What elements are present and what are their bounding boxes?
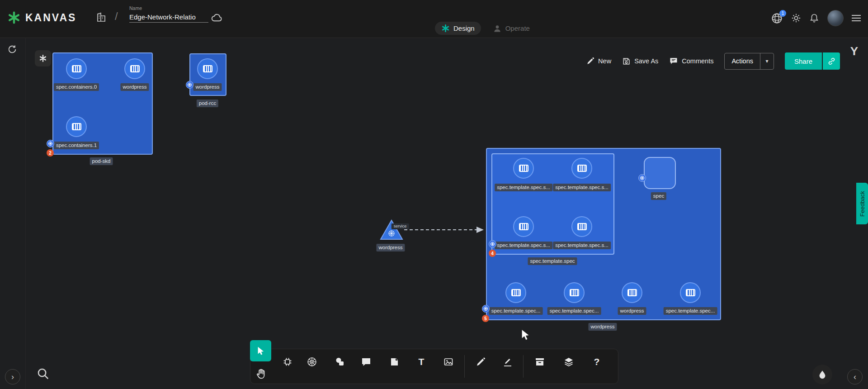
comments-button[interactable]: Comments — [669, 57, 713, 66]
extensions-icon[interactable]: 1 — [771, 12, 783, 24]
tool-help[interactable]: ? — [588, 353, 606, 371]
tool-layers[interactable] — [560, 353, 578, 371]
copy-link-icon[interactable] — [823, 52, 840, 70]
left-rail-divider — [25, 38, 26, 389]
new-label: New — [598, 57, 611, 65]
dock-divider — [523, 355, 524, 378]
tool-select[interactable] — [250, 340, 271, 361]
tool-image[interactable] — [439, 353, 458, 371]
image-icon — [443, 356, 454, 367]
chevron-down-icon[interactable]: ▾ — [760, 53, 774, 69]
container-icon — [519, 223, 528, 230]
group-actions-flower-button[interactable] — [35, 50, 51, 66]
edge-service-to-deployment[interactable] — [403, 225, 489, 235]
node-spec-containers-1[interactable] — [66, 116, 87, 137]
node-pod-rcc-wordpress[interactable] — [197, 58, 218, 79]
tool-draw[interactable] — [472, 353, 490, 371]
node-label: spec.template.spec.s... — [553, 242, 611, 249]
container-icon — [627, 289, 637, 296]
count-badge: 5 — [482, 315, 489, 322]
node-label: wordpress — [618, 307, 646, 315]
node-template-spec-1[interactable] — [513, 158, 534, 179]
logo-text: KANVAS — [25, 12, 76, 24]
container-icon — [203, 65, 212, 72]
tab-operate-label: Operate — [505, 24, 530, 32]
tool-comment[interactable] — [357, 353, 375, 371]
settings-gear-icon[interactable] — [791, 13, 801, 23]
cursor-icon — [256, 346, 266, 356]
tool-text[interactable]: T — [412, 353, 430, 371]
tool-shapes[interactable] — [331, 353, 349, 371]
new-button[interactable]: New — [586, 57, 611, 65]
hamburger-menu-icon[interactable] — [852, 15, 861, 21]
notifications-bell-icon[interactable] — [809, 13, 819, 23]
ink-drop-button[interactable] — [812, 365, 832, 384]
sticky-note-icon — [389, 356, 400, 367]
kubernetes-wheel-icon — [307, 356, 317, 367]
sync-refresh-icon[interactable] — [7, 44, 17, 54]
node-label: spec.template.spec.s... — [495, 184, 552, 191]
container-icon — [570, 289, 579, 296]
node-spec-containers-0[interactable] — [66, 58, 87, 79]
group-spec-template-spec[interactable] — [491, 153, 614, 255]
flower-icon — [39, 54, 47, 62]
layer5-y-logo[interactable]: Y — [850, 44, 858, 58]
kanvas-logo[interactable]: KANVAS — [7, 11, 76, 24]
app-header: KANVAS / Name Design Operate — [0, 0, 868, 38]
tab-operate[interactable]: Operate — [493, 24, 530, 33]
dock-divider — [464, 355, 465, 378]
tab-design[interactable]: Design — [435, 22, 481, 35]
tool-sticky-note[interactable] — [385, 353, 403, 371]
save-as-button[interactable]: Save As — [622, 57, 658, 66]
node-pod-skd-wordpress[interactable] — [124, 58, 145, 79]
node-template-spec-4[interactable] — [571, 216, 592, 237]
node-template-spec-2[interactable] — [571, 158, 592, 179]
tool-annotate[interactable] — [499, 353, 517, 371]
node-bottom-1[interactable] — [505, 282, 526, 303]
operate-tab-icon — [493, 24, 502, 33]
shapes-icon — [335, 356, 345, 367]
tool-components[interactable] — [278, 353, 297, 371]
comment-icon — [361, 356, 372, 367]
node-label: spec — [651, 192, 666, 200]
node-label: spec.template.spec... — [547, 307, 601, 315]
node-spec[interactable] — [644, 157, 676, 189]
tool-pan[interactable] — [252, 365, 270, 383]
mouse-cursor — [520, 328, 532, 342]
kubernetes-badge-icon — [482, 305, 490, 313]
count-badge: 4 — [489, 250, 496, 257]
comments-label: Comments — [682, 57, 713, 65]
expand-left-panel-button[interactable]: › — [5, 369, 20, 384]
actions-dropdown-button[interactable]: Actions ▾ — [724, 53, 774, 70]
canvas-toolbar: New Save As Comments Actions ▾ Share — [586, 52, 840, 70]
share-label: Share — [785, 52, 822, 70]
cloud-sync-icon[interactable] — [211, 12, 223, 24]
workspace-building-icon[interactable] — [96, 12, 107, 23]
container-icon — [577, 165, 587, 172]
container-icon — [686, 289, 695, 296]
container-icon — [511, 289, 521, 296]
node-bottom-2[interactable] — [564, 282, 585, 303]
design-name-input[interactable] — [129, 12, 208, 23]
node-bottom-4[interactable] — [680, 282, 701, 303]
node-label: spec.containers.1 — [54, 142, 99, 149]
share-button[interactable]: Share — [785, 52, 840, 70]
tool-drawer[interactable] — [531, 353, 549, 371]
chevron-left-icon: ‹ — [854, 372, 856, 382]
tool-kubernetes[interactable] — [303, 353, 321, 371]
pencil-icon — [586, 57, 594, 65]
feedback-tab[interactable]: Feedback — [856, 183, 868, 224]
notification-count-badge: 1 — [779, 10, 786, 17]
collapse-right-panel-button[interactable]: ‹ — [847, 369, 863, 384]
pencil-icon — [475, 356, 486, 367]
design-tab-icon — [441, 24, 450, 33]
kanvas-app: KANVAS / Name Design Operate — [0, 0, 868, 389]
node-label: spec.template.spec.s... — [553, 184, 611, 191]
zoom-search-icon[interactable] — [36, 367, 50, 380]
node-bottom-wordpress[interactable] — [622, 282, 642, 303]
node-service-triangle[interactable] — [379, 219, 404, 241]
design-name-field: Name — [129, 5, 208, 23]
user-avatar[interactable] — [827, 10, 844, 26]
node-template-spec-3[interactable] — [513, 216, 534, 237]
count-badge: 2 — [47, 149, 54, 157]
